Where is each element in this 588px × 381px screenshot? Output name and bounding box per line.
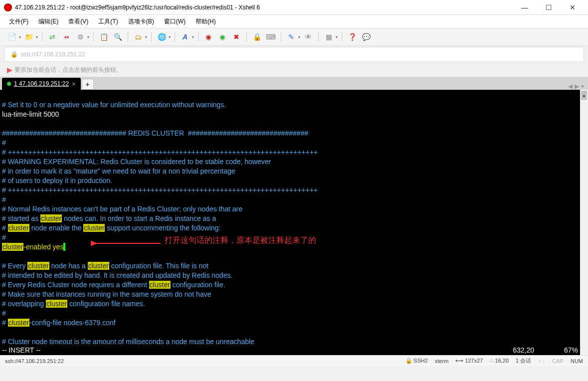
address-bar[interactable]: 🔒 ssh://47.106.219.251:22: [4, 47, 584, 62]
terminal-content: # Set it to 0 or a negative value for un…: [0, 90, 588, 348]
tab-nav-left[interactable]: ◀: [568, 83, 573, 90]
address-url: ssh://47.106.219.251:22: [21, 51, 578, 58]
dropdown-icon[interactable]: ▾: [298, 35, 300, 39]
help-icon[interactable]: ❓: [346, 31, 358, 43]
hint-text: 要添加当前会话，点击左侧的箭头按钮。: [14, 66, 122, 74]
menu-bar: 文件(F) 编辑(E) 查看(V) 工具(T) 选项卡(B) 窗口(W) 帮助(…: [0, 15, 588, 28]
keyboard-icon[interactable]: ⌨: [265, 31, 277, 43]
vim-position: 632,20: [513, 346, 534, 354]
folder-icon[interactable]: 📁: [23, 31, 35, 43]
tab-close-button[interactable]: ×: [72, 80, 76, 88]
status-bar: ssh://47.106.219.251:22 🔒SSH2 xterm ⟷ 12…: [0, 355, 588, 366]
minimize-button[interactable]: —: [513, 0, 536, 14]
dropdown-icon[interactable]: ▾: [87, 35, 89, 39]
status-ssh: SSH2: [413, 358, 428, 364]
properties-icon[interactable]: ⚙: [74, 31, 86, 43]
status-size: 127x27: [465, 358, 483, 364]
status-term: xterm: [435, 358, 449, 364]
window-title: 47.106.219.251:22 - root@izwz9ef5sjam9pv…: [15, 4, 513, 11]
hint-bar: ▶ 要添加当前会话，点击左侧的箭头按钮。: [0, 63, 588, 77]
down-arrow-icon[interactable]: ↓: [543, 358, 546, 364]
status-sessions: 1 会话: [516, 357, 531, 365]
menu-help[interactable]: 帮助(H): [196, 17, 216, 26]
title-bar: 47.106.219.251:22 - root@izwz9ef5sjam9pv…: [0, 0, 588, 15]
scroll-up-button[interactable]: ▴: [581, 91, 587, 100]
tab-bar: 1 47.106.219.251:22 × + ◀ ▶ ▾: [0, 77, 588, 90]
scrollbar[interactable]: ▴: [580, 90, 588, 355]
edit-icon[interactable]: ✎: [285, 31, 297, 43]
menu-tools[interactable]: 工具(T): [98, 17, 118, 26]
status-path: ssh://47.106.219.251:22: [5, 358, 398, 364]
eye-icon[interactable]: 👁: [302, 31, 314, 43]
menu-file[interactable]: 文件(F): [9, 17, 28, 26]
color-folder-icon[interactable]: 🗂: [132, 31, 144, 43]
flag-icon: ▶: [7, 66, 12, 74]
feedback-icon[interactable]: 💬: [360, 31, 372, 43]
menu-tabs[interactable]: 选项卡(B): [128, 17, 154, 26]
new-icon[interactable]: 📄: [6, 31, 18, 43]
tab-add-button[interactable]: +: [82, 79, 94, 90]
terminal[interactable]: # Set it to 0 or a negative value for un…: [0, 90, 588, 355]
tab-nav-dropdown[interactable]: ▾: [581, 83, 584, 90]
cursor: [63, 243, 65, 251]
toolbar: 📄▾ 📁▾ ⇄ ⇸ ⚙▾ 📋 🔍 🗂▾ 🌐▾ A▾ ◉ ◉ ✖ 🔒 ⌨ ✎▾ 👁…: [0, 28, 588, 46]
menu-edit[interactable]: 编辑(E): [38, 17, 58, 26]
dropdown-icon[interactable]: ▾: [36, 35, 38, 39]
red-circle-icon[interactable]: ◉: [202, 31, 214, 43]
vim-percent: 67%: [564, 346, 578, 354]
search-icon[interactable]: 🔍: [112, 31, 124, 43]
dropdown-icon[interactable]: ▾: [19, 35, 21, 39]
maximize-button[interactable]: ☐: [537, 0, 560, 14]
up-arrow-icon[interactable]: ↑: [538, 358, 541, 364]
disconnect-icon[interactable]: ⇸: [60, 31, 72, 43]
ssh-lock-icon: 🔒: [405, 358, 412, 364]
reconnect-icon[interactable]: ⇄: [46, 31, 58, 43]
session-tab[interactable]: 1 47.106.219.251:22 ×: [2, 78, 81, 90]
lock-icon[interactable]: 🔒: [251, 31, 263, 43]
status-dot-icon: [7, 82, 11, 86]
green-circle-icon[interactable]: ◉: [216, 31, 228, 43]
close-button[interactable]: ✕: [561, 0, 584, 14]
menu-view[interactable]: 查看(V): [68, 17, 88, 26]
dropdown-icon[interactable]: ▾: [192, 35, 194, 39]
app-icon: [4, 3, 12, 11]
globe-icon[interactable]: 🌐: [156, 31, 168, 43]
x-icon[interactable]: ✖: [230, 31, 242, 43]
dropdown-icon[interactable]: ▾: [145, 35, 147, 39]
copy-icon[interactable]: 📋: [98, 31, 110, 43]
status-num: NUM: [571, 358, 583, 364]
dropdown-icon[interactable]: ▾: [169, 35, 171, 39]
vim-mode: -- INSERT --: [2, 346, 513, 354]
menu-window[interactable]: 窗口(W): [164, 17, 186, 26]
font-icon[interactable]: A: [179, 31, 191, 43]
tab-label: 1 47.106.219.251:22: [14, 80, 69, 87]
status-cursor: 16,20: [495, 358, 509, 364]
dropdown-icon[interactable]: ▾: [336, 35, 338, 39]
status-cap: CAP: [552, 358, 564, 364]
tab-nav-right[interactable]: ▶: [575, 83, 579, 90]
grid-icon[interactable]: ▦: [323, 31, 335, 43]
lock-icon: 🔒: [10, 51, 18, 58]
